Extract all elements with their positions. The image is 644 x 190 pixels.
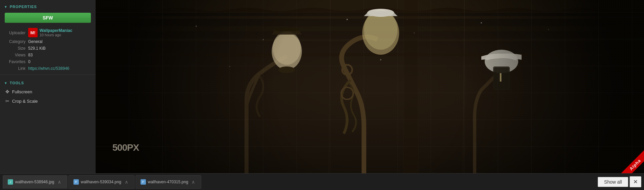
fullscreen-icon: ✥ bbox=[5, 89, 9, 94]
watermark-500px: 500PX bbox=[112, 142, 139, 153]
views-row: Views 83 bbox=[0, 52, 96, 58]
category-label: Category bbox=[5, 39, 28, 44]
cropscale-icon: ✂ bbox=[5, 98, 9, 104]
link-value[interactable]: https://whvn.cc/538946 bbox=[28, 66, 69, 71]
favorites-label: Favorites bbox=[5, 59, 28, 64]
close-all-button[interactable]: ✕ bbox=[630, 176, 641, 187]
uploader-label: Uploader bbox=[5, 31, 28, 35]
uploader-row: Uploader M! WallpaperManiac 10 hours ago bbox=[0, 27, 96, 38]
fullscreen-label: Fullscreen bbox=[12, 89, 32, 94]
favorites-row: Favorites 0 bbox=[0, 58, 96, 65]
category-value: General bbox=[28, 39, 43, 44]
taskbar-item-1[interactable]: P wallhaven-539034.png ∧ bbox=[68, 175, 135, 189]
taskbar-item-1-name: wallhaven-539034.png bbox=[81, 180, 121, 184]
svg-rect-37 bbox=[96, 0, 644, 173]
link-label: Link bbox=[5, 66, 28, 71]
divider bbox=[0, 75, 96, 75]
cropscale-tool[interactable]: ✂ Crop & Scale bbox=[0, 96, 96, 106]
properties-arrow-icon: ▼ bbox=[4, 5, 8, 9]
favorites-value: 0 bbox=[28, 59, 31, 64]
sidebar: ▼ PROPERTIES SFW Uploader M! WallpaperMa… bbox=[0, 0, 96, 173]
taskbar-item-1-icon: P bbox=[73, 179, 79, 185]
show-all-button[interactable]: Show all bbox=[598, 177, 628, 187]
fullscreen-tool[interactable]: ✥ Fullscreen bbox=[0, 87, 96, 96]
taskbar-item-0-chevron[interactable]: ∧ bbox=[56, 179, 62, 185]
taskbar-item-0[interactable]: J wallhaven-538946.jpg ∧ bbox=[3, 175, 67, 189]
wallpaper-display: 500PX Alpha bbox=[96, 0, 644, 173]
size-label: Size bbox=[5, 46, 28, 51]
taskbar-item-2-name: wallhaven-470315.png bbox=[148, 180, 189, 184]
sfw-button[interactable]: SFW bbox=[5, 13, 91, 23]
taskbar-item-2-icon: P bbox=[141, 179, 146, 185]
taskbar-item-0-name: wallhaven-538946.jpg bbox=[15, 180, 54, 184]
link-row: Link https://whvn.cc/538946 bbox=[0, 65, 96, 72]
uploader-avatar: M! bbox=[28, 28, 38, 37]
taskbar-item-0-icon: J bbox=[8, 179, 13, 185]
size-value: 529.1 KiB bbox=[28, 46, 46, 51]
category-row: Category General bbox=[0, 38, 96, 45]
views-value: 83 bbox=[28, 53, 33, 57]
tools-header-label: TOOLS bbox=[10, 81, 24, 85]
taskbar: J wallhaven-538946.jpg ∧ P wallhaven-539… bbox=[0, 173, 644, 190]
size-row: Size 529.1 KiB bbox=[0, 45, 96, 52]
properties-section-header[interactable]: ▼ PROPERTIES bbox=[0, 3, 96, 11]
uploader-time: 10 hours ago bbox=[40, 33, 72, 37]
tools-section-header[interactable]: ▼ TOOLS bbox=[0, 79, 96, 87]
tools-section: ▼ TOOLS ✥ Fullscreen ✂ Crop & Scale bbox=[0, 79, 96, 106]
uploader-value: M! WallpaperManiac 10 hours ago bbox=[28, 28, 72, 37]
taskbar-item-1-chevron[interactable]: ∧ bbox=[123, 179, 129, 185]
cropscale-label: Crop & Scale bbox=[12, 99, 38, 104]
uploader-name[interactable]: WallpaperManiac bbox=[40, 28, 72, 33]
tools-arrow-icon: ▼ bbox=[4, 81, 8, 85]
views-label: Views bbox=[5, 53, 28, 57]
properties-header-label: PROPERTIES bbox=[10, 5, 37, 9]
taskbar-item-2[interactable]: P wallhaven-470315.png ∧ bbox=[136, 175, 202, 189]
taskbar-item-2-chevron[interactable]: ∧ bbox=[190, 179, 196, 185]
wallpaper-image: 500PX Alpha bbox=[96, 0, 644, 173]
